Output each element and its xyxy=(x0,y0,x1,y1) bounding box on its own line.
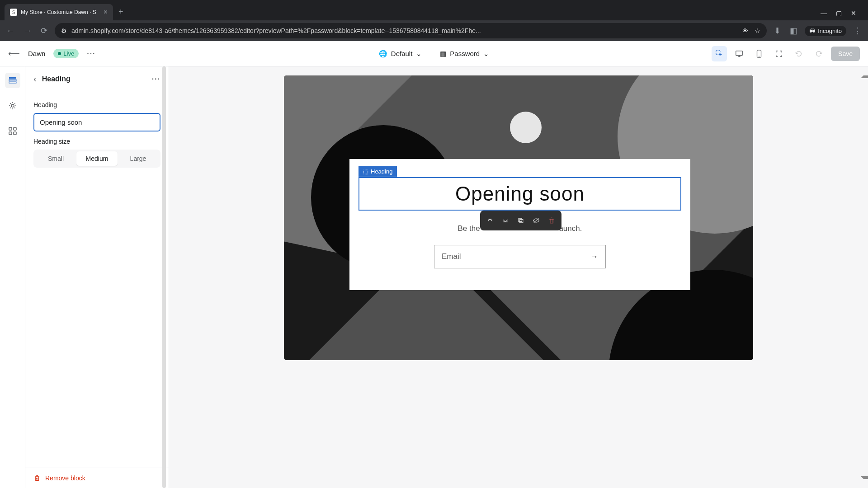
inspector-mode-button[interactable] xyxy=(712,46,727,61)
forward-icon: → xyxy=(22,24,33,38)
svg-rect-1 xyxy=(736,51,742,55)
hide-button[interactable] xyxy=(529,213,543,228)
url-text: admin.shopify.com/store/de8143-a6/themes… xyxy=(71,27,737,34)
heading-block-selected[interactable]: ⬚ Heading Opening soon xyxy=(359,177,681,211)
svg-rect-6 xyxy=(9,82,16,83)
trash-icon xyxy=(548,217,555,224)
undo-button xyxy=(791,46,807,61)
block-floating-toolbar xyxy=(480,211,561,230)
duplicate-button[interactable] xyxy=(514,213,528,228)
move-down-button[interactable] xyxy=(498,213,513,228)
redo-button xyxy=(811,46,826,61)
exit-editor-icon[interactable]: ⟵ xyxy=(8,49,20,59)
new-tab-button[interactable]: + xyxy=(113,4,129,20)
incognito-icon: 🕶 xyxy=(809,28,815,34)
svg-rect-9 xyxy=(14,127,16,130)
reload-icon[interactable]: ⟳ xyxy=(39,24,49,38)
panel-back-button[interactable]: ‹ xyxy=(33,74,37,84)
tab-title: My Store · Customize Dawn · S xyxy=(21,9,96,15)
browser-url-bar: ← → ⟳ ⚙ admin.shopify.com/store/de8143-a… xyxy=(0,20,868,41)
maximize-icon[interactable]: ▢ xyxy=(836,9,842,17)
size-small-option[interactable]: Small xyxy=(35,151,76,166)
theme-name: Dawn xyxy=(28,50,45,57)
minimize-icon[interactable]: — xyxy=(821,9,827,17)
cursor-box-icon xyxy=(715,50,723,58)
panel-scrollbar[interactable] xyxy=(162,66,166,488)
move-down-icon xyxy=(502,217,509,224)
close-window-icon[interactable]: ✕ xyxy=(851,9,856,17)
url-field[interactable]: ⚙ admin.shopify.com/store/de8143-a6/them… xyxy=(55,23,767,38)
remove-block-button[interactable]: Remove block xyxy=(25,468,169,488)
size-medium-option[interactable]: Medium xyxy=(76,151,118,166)
block-label-tag: ⬚ Heading xyxy=(359,166,397,177)
browser-tab[interactable]: S My Store · Customize Dawn · S × xyxy=(5,4,113,20)
size-large-option[interactable]: Large xyxy=(118,151,159,166)
svg-rect-10 xyxy=(9,132,12,135)
preview-frame[interactable]: ⬚ Heading Opening soon Be the xxxxxxxxxx… xyxy=(284,75,753,360)
theme-actions-button[interactable]: ··· xyxy=(87,50,95,58)
submit-arrow-icon[interactable]: → xyxy=(591,253,598,261)
email-signup-form[interactable]: Email → xyxy=(434,245,606,268)
block-icon: ⬚ xyxy=(363,168,368,175)
mobile-view-button[interactable] xyxy=(751,46,767,61)
template-switcher[interactable]: 🌐 Default ⌄ xyxy=(374,47,427,61)
sections-icon xyxy=(8,76,17,85)
heading-size-label: Heading size xyxy=(33,138,160,145)
heading-field-label: Heading xyxy=(33,101,160,108)
move-up-icon xyxy=(486,217,494,224)
fullscreen-icon xyxy=(775,50,783,58)
chevron-down-icon: ⌄ xyxy=(416,50,422,58)
preview-scrollbar[interactable] xyxy=(861,75,866,479)
panel-title: Heading xyxy=(42,75,146,83)
incognito-badge[interactable]: 🕶 Incognito xyxy=(805,26,846,36)
bookmark-star-icon[interactable]: ☆ xyxy=(755,27,760,34)
delete-button[interactable] xyxy=(544,213,559,228)
live-status-badge: Live xyxy=(53,49,79,58)
downloads-icon[interactable]: ⬇ xyxy=(772,24,783,38)
apps-icon xyxy=(8,127,17,136)
theme-settings-tab[interactable] xyxy=(5,98,20,113)
svg-rect-12 xyxy=(519,218,522,221)
svg-point-7 xyxy=(11,104,14,107)
sections-tab[interactable] xyxy=(5,73,20,88)
globe-icon: 🌐 xyxy=(379,50,387,58)
heading-size-segmented: Small Medium Large xyxy=(33,150,160,168)
mobile-icon xyxy=(756,50,762,58)
panel-more-button[interactable]: ··· xyxy=(152,75,160,83)
settings-panel: ‹ Heading ··· Heading Heading size Small… xyxy=(25,66,169,488)
save-button: Save xyxy=(831,47,860,61)
page-icon: ▦ xyxy=(440,50,446,58)
fullscreen-view-button[interactable] xyxy=(771,46,787,61)
redo-icon xyxy=(815,50,823,58)
duplicate-icon xyxy=(517,217,524,224)
svg-point-3 xyxy=(759,56,760,56)
eye-off-icon xyxy=(533,217,540,224)
svg-rect-11 xyxy=(14,132,16,135)
side-panel-icon[interactable]: ◧ xyxy=(788,24,799,38)
desktop-view-button[interactable] xyxy=(731,46,747,61)
gear-icon xyxy=(8,101,17,110)
left-rail xyxy=(0,66,25,488)
svg-rect-5 xyxy=(9,80,16,81)
browser-menu-icon[interactable]: ⋮ xyxy=(852,24,863,38)
page-switcher[interactable]: ▦ Password ⌄ xyxy=(435,47,494,61)
trash-icon xyxy=(33,474,41,482)
undo-icon xyxy=(795,50,803,58)
move-up-button[interactable] xyxy=(483,213,497,228)
preview-area: ⬚ Heading Opening soon Be the xxxxxxxxxx… xyxy=(169,66,868,488)
editor-toolbar: ⟵ Dawn Live ··· 🌐 Default ⌄ ▦ Password ⌄ xyxy=(0,41,868,66)
preview-heading-text: Opening soon xyxy=(359,183,680,205)
site-settings-icon[interactable]: ⚙ xyxy=(61,27,67,34)
heading-input[interactable] xyxy=(33,113,160,131)
svg-rect-4 xyxy=(9,77,16,79)
back-icon[interactable]: ← xyxy=(5,24,16,38)
svg-rect-13 xyxy=(520,220,523,223)
desktop-icon xyxy=(735,50,743,58)
close-tab-icon[interactable]: × xyxy=(104,8,108,16)
svg-rect-8 xyxy=(9,127,12,130)
app-embeds-tab[interactable] xyxy=(5,123,20,139)
chevron-down-icon: ⌄ xyxy=(483,50,489,58)
browser-tab-strip: S My Store · Customize Dawn · S × + — ▢ … xyxy=(0,0,868,20)
eye-off-icon[interactable]: 👁 xyxy=(742,27,748,34)
shopify-favicon-icon: S xyxy=(10,9,17,16)
